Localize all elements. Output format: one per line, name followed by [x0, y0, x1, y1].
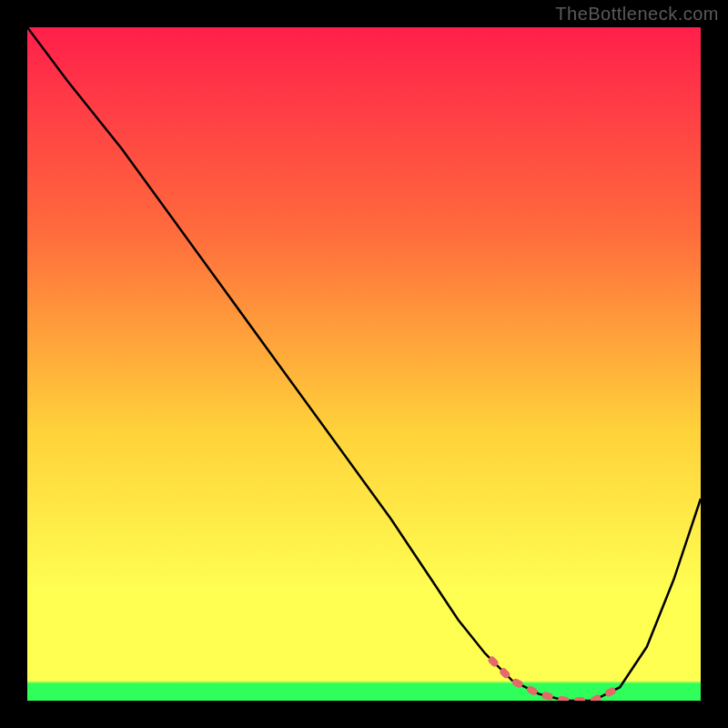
chart-svg [27, 27, 701, 701]
gradient-background [27, 27, 701, 701]
chart-frame: TheBottleneck.com [0, 0, 728, 728]
watermark-text: TheBottleneck.com [555, 4, 719, 25]
plot-area [27, 27, 701, 701]
